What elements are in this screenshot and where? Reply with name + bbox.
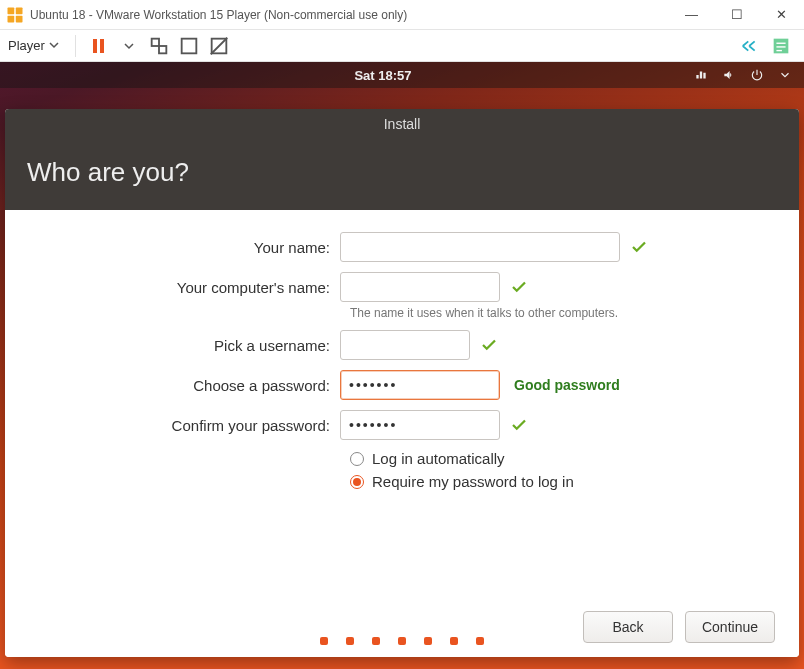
installer-titlebar: Install [5, 109, 799, 139]
vm-pause-button[interactable] [88, 35, 110, 57]
clock[interactable]: Sat 18:57 [72, 68, 694, 83]
installer-body: Your name: Your computer's name: The nam… [5, 210, 799, 600]
chevron-down-icon[interactable] [778, 68, 792, 82]
window-controls: — ☐ ✕ [669, 0, 804, 30]
vm-unity-icon[interactable] [208, 35, 230, 57]
radio-require-password[interactable]: Require my password to log in [350, 473, 759, 490]
sound-icon[interactable] [722, 68, 736, 82]
radio-icon [350, 475, 364, 489]
password-label: Choose a password: [45, 377, 340, 394]
vmware-titlebar: Ubuntu 18 - VMware Workstation 15 Player… [0, 0, 804, 30]
radio-label: Log in automatically [372, 450, 505, 467]
name-label: Your name: [45, 239, 340, 256]
network-icon[interactable] [694, 68, 708, 82]
svg-rect-0 [8, 7, 15, 14]
vm-send-cad-icon[interactable] [148, 35, 170, 57]
password-input[interactable] [340, 370, 500, 400]
check-icon [630, 238, 648, 256]
vm-fullscreen-icon[interactable] [178, 35, 200, 57]
svg-rect-2 [8, 15, 15, 22]
vmware-logo-icon [6, 6, 24, 24]
username-input[interactable] [340, 330, 470, 360]
name-input[interactable] [340, 232, 620, 262]
svg-line-8 [211, 37, 228, 54]
vmware-title: Ubuntu 18 - VMware Workstation 15 Player… [30, 8, 669, 22]
vm-power-dropdown[interactable] [118, 35, 140, 57]
gnome-topbar: Sat 18:57 [0, 62, 804, 88]
player-menu[interactable]: Player [8, 38, 59, 53]
password-strength: Good password [514, 377, 620, 393]
installer-heading: Who are you? [5, 139, 799, 210]
power-icon[interactable] [750, 68, 764, 82]
svg-rect-1 [16, 7, 23, 14]
progress-dots [0, 637, 804, 645]
check-icon [510, 278, 528, 296]
vm-notes-icon[interactable] [770, 35, 792, 57]
window-minimize-button[interactable]: — [669, 0, 714, 30]
check-icon [510, 416, 528, 434]
computer-label: Your computer's name: [45, 279, 340, 296]
vm-cycle-icon[interactable] [740, 35, 762, 57]
username-label: Pick a username: [45, 337, 340, 354]
confirm-input[interactable] [340, 410, 500, 440]
svg-rect-6 [182, 38, 197, 53]
separator [75, 35, 76, 57]
status-area[interactable] [694, 68, 792, 82]
vmware-toolbar: Player [0, 30, 804, 62]
svg-rect-4 [152, 38, 159, 45]
radio-login-auto[interactable]: Log in automatically [350, 450, 759, 467]
radio-icon [350, 452, 364, 466]
installer-window: Install Who are you? Your name: Your com… [5, 109, 799, 657]
window-maximize-button[interactable]: ☐ [714, 0, 759, 30]
check-icon [480, 336, 498, 354]
ubuntu-screen: Sat 18:57 Install Who are you? Your name… [0, 62, 804, 669]
svg-rect-5 [159, 46, 166, 53]
confirm-label: Confirm your password: [45, 417, 340, 434]
computer-hint: The name it uses when it talks to other … [350, 306, 759, 320]
svg-rect-3 [16, 15, 23, 22]
computer-input[interactable] [340, 272, 500, 302]
window-close-button[interactable]: ✕ [759, 0, 804, 30]
radio-label: Require my password to log in [372, 473, 574, 490]
installer-footer: Back Continue [5, 600, 799, 657]
